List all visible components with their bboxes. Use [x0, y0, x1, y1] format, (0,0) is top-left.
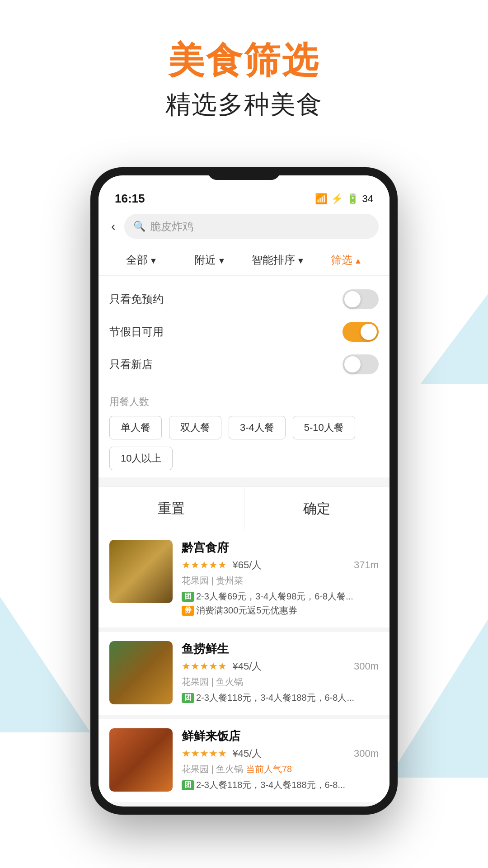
deal-icon-3a: 团 [182, 780, 194, 790]
phone-wrapper: 16:15 📶 ⚡ 🔋 34 ‹ 🔍 脆皮炸鸡 全部▼ [0, 167, 488, 815]
restaurant-image-3 [109, 728, 173, 792]
restaurant-image-1 [109, 540, 173, 603]
price-3: ¥45/人 [232, 748, 262, 759]
restaurant-info-3: 鲜鲜来饭店 ★★★★★ ¥45/人 300m 花果园 | 鱼火锅 当前人气78 [182, 728, 379, 793]
page-title-sub: 精选多种美食 [0, 88, 488, 122]
search-icon: 🔍 [133, 221, 145, 232]
toggle-no-reservation[interactable] [343, 289, 379, 309]
party-option-2[interactable]: 双人餐 [169, 416, 221, 439]
status-time: 16:15 [115, 192, 145, 206]
deal-tag-1a: 团 2-3人餐69元，3-4人餐98元，6-8人餐... [182, 590, 353, 603]
restaurant-info-1: 黔宫食府 ★★★★★ ¥65/人 371m 花果园 | 贵州菜 团 2-3人餐6… [182, 540, 379, 618]
restaurant-info-2: 鱼捞鲜生 ★★★★★ ¥45/人 300m 花果园 | 鱼火锅 团 2-3人餐1… [182, 641, 379, 706]
restaurant-image-2 [109, 641, 173, 704]
signal-icon: 📶 [315, 193, 327, 205]
food-image-placeholder-1 [109, 540, 173, 603]
deal-tag-2a: 团 2-3人餐118元，3-4人餐188元，6-8人... [182, 692, 354, 704]
toggle-knob-holiday [361, 324, 377, 340]
rating-row-3: ★★★★★ ¥45/人 300m [182, 747, 379, 760]
search-bar[interactable]: 🔍 脆皮炸鸡 [124, 214, 379, 239]
restaurant-list: 黔宫食府 ★★★★★ ¥65/人 371m 花果园 | 贵州菜 团 2-3人餐6… [99, 531, 389, 802]
filter-row-no-reservation: 只看免预约 [109, 283, 379, 316]
popularity-badge-3: 当前人气78 [246, 764, 292, 774]
restaurant-item-2[interactable]: 鱼捞鲜生 ★★★★★ ¥45/人 300m 花果园 | 鱼火锅 团 2-3人餐1… [99, 632, 389, 715]
toggle-holiday[interactable] [343, 322, 379, 342]
party-options: 单人餐 双人餐 3-4人餐 5-10人餐 10人以上 [109, 416, 379, 470]
tab-smart-sort[interactable]: 智能排序▼ [244, 249, 312, 271]
page-header: 美食筛选 精选多种美食 [0, 0, 488, 149]
tags-2: 花果园 | 鱼火锅 [182, 676, 379, 688]
status-bar: 16:15 📶 ⚡ 🔋 34 [99, 175, 389, 209]
rating-row-1: ★★★★★ ¥65/人 371m [182, 558, 379, 572]
filter-tabs: 全部▼ 附近▼ 智能排序▼ 筛选▲ [99, 245, 389, 276]
filter-row-holiday: 节假日可用 [109, 316, 379, 348]
party-option-3[interactable]: 3-4人餐 [229, 416, 286, 439]
battery-level: 34 [362, 193, 373, 205]
deal-icon-1a: 团 [182, 592, 194, 602]
price-2: ¥45/人 [232, 660, 262, 672]
restaurant-item[interactable]: 黔宫食府 ★★★★★ ¥65/人 371m 花果园 | 贵州菜 团 2-3人餐6… [99, 531, 389, 627]
filter-label-holiday: 节假日可用 [109, 325, 164, 339]
toggle-knob-no-reservation [344, 291, 361, 307]
filter-label-new-only: 只看新店 [109, 357, 153, 372]
filter-panel: 只看免预约 节假日可用 只看新店 [99, 276, 389, 388]
deal-text-1a: 2-3人餐69元，3-4人餐98元，6-8人餐... [196, 590, 353, 603]
status-icons: 📶 ⚡ 🔋 34 [315, 193, 373, 205]
phone-notch [208, 167, 280, 180]
food-image-placeholder-2 [109, 641, 173, 704]
tab-filter[interactable]: 筛选▲ [312, 249, 380, 271]
deal-tag-1b: 券 消费满300元返5元优惠券 [182, 604, 298, 617]
battery-icon: 🔋 [347, 193, 359, 205]
deal-icon-2a: 团 [182, 693, 194, 703]
toggle-knob-new-only [344, 356, 361, 373]
party-option-1[interactable]: 单人餐 [109, 416, 162, 439]
tags-3: 花果园 | 鱼火锅 当前人气78 [182, 763, 379, 775]
stars-3: ★★★★★ [182, 748, 227, 759]
restaurant-item-3[interactable]: 鲜鲜来饭店 ★★★★★ ¥45/人 300m 花果园 | 鱼火锅 当前人气78 [99, 719, 389, 802]
party-option-4[interactable]: 5-10人餐 [293, 416, 355, 439]
deal-icon-1b: 券 [182, 606, 194, 616]
rating-row-2: ★★★★★ ¥45/人 300m [182, 660, 379, 673]
stars-2: ★★★★★ [182, 660, 227, 672]
restaurant-name-1: 黔宫食府 [182, 540, 379, 556]
page-title-main: 美食筛选 [0, 41, 488, 80]
search-input[interactable]: 脆皮炸鸡 [150, 219, 193, 234]
filter-label-no-reservation: 只看免预约 [109, 292, 164, 307]
party-size-label: 用餐人数 [109, 395, 379, 409]
price-1: ¥65/人 [232, 559, 262, 571]
phone-screen: 16:15 📶 ⚡ 🔋 34 ‹ 🔍 脆皮炸鸡 全部▼ [99, 175, 389, 807]
search-area: ‹ 🔍 脆皮炸鸡 [99, 209, 389, 245]
restaurant-name-2: 鱼捞鲜生 [182, 641, 379, 657]
deal-text-1b: 消费满300元返5元优惠券 [196, 604, 298, 617]
deal-tag-3a: 团 2-3人餐118元，3-4人餐188元，6-8... [182, 779, 345, 791]
deal-text-2a: 2-3人餐118元，3-4人餐188元，6-8人... [196, 692, 354, 704]
tags-1: 花果园 | 贵州菜 [182, 575, 379, 587]
food-image-placeholder-3 [109, 728, 173, 792]
distance-1: 371m [354, 559, 379, 571]
deal-text-3a: 2-3人餐118元，3-4人餐188元，6-8... [196, 779, 345, 791]
party-size-section: 用餐人数 单人餐 双人餐 3-4人餐 5-10人餐 10人以上 [99, 388, 389, 477]
restaurant-name-3: 鲜鲜来饭店 [182, 728, 379, 744]
toggle-new-only[interactable] [343, 354, 379, 374]
phone-frame: 16:15 📶 ⚡ 🔋 34 ‹ 🔍 脆皮炸鸡 全部▼ [90, 167, 398, 815]
action-buttons: 重置 确定 [99, 486, 389, 531]
back-button[interactable]: ‹ [109, 217, 117, 236]
stars-1: ★★★★★ [182, 559, 227, 571]
confirm-button[interactable]: 确定 [244, 487, 390, 531]
party-option-5[interactable]: 10人以上 [109, 447, 173, 470]
reset-button[interactable]: 重置 [99, 487, 244, 531]
bolt-icon: ⚡ [331, 193, 343, 205]
distance-3: 300m [354, 748, 379, 760]
filter-row-new-only: 只看新店 [109, 348, 379, 381]
distance-2: 300m [354, 660, 379, 672]
tab-all[interactable]: 全部▼ [108, 249, 176, 271]
tab-nearby[interactable]: 附近▼ [176, 249, 244, 271]
